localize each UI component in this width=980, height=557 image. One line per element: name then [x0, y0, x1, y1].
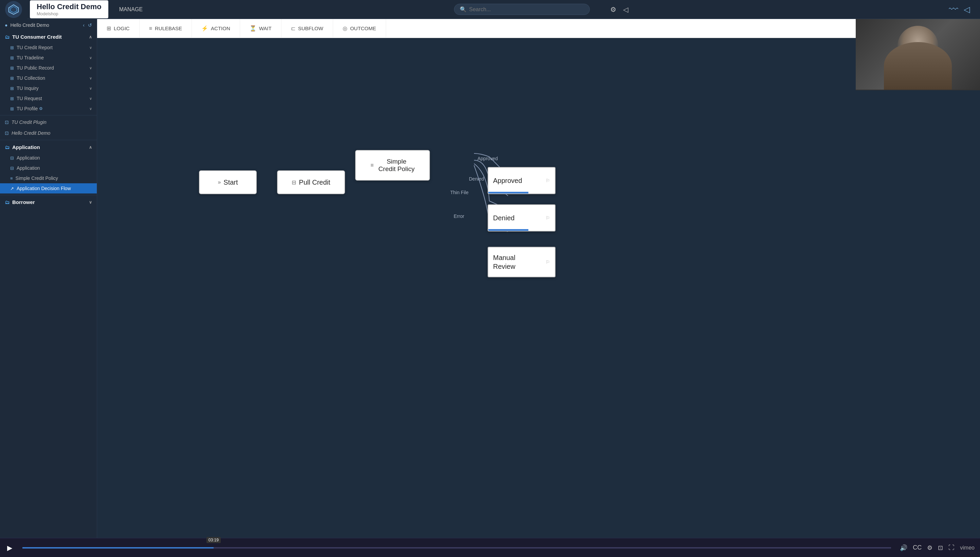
simple-credit-policy-icon: ≡ — [10, 176, 13, 181]
borrower-section-title[interactable]: 🗂 Borrower ∨ — [0, 197, 97, 208]
fullscreen-icon[interactable]: ⛶ — [948, 544, 954, 551]
manual-review-label: ManualReview — [493, 253, 515, 271]
progress-bar[interactable]: 03:19 — [23, 547, 891, 549]
wait-button[interactable]: ⏳ WAIT — [240, 19, 282, 38]
manage-button[interactable]: MANAGE — [115, 5, 147, 15]
send-icon[interactable]: ◁ — [964, 5, 970, 14]
separator-1 — [0, 115, 97, 116]
rulebase-button[interactable]: ≡ RULEBASE — [140, 19, 192, 38]
share-icon[interactable]: ◁ — [623, 5, 628, 13]
approved-node[interactable]: Approved ⚐ — [488, 167, 556, 194]
tu-tradeline-chevron: ∨ — [89, 56, 92, 60]
application-item-2[interactable]: ⊟ Application — [0, 163, 97, 173]
tu-public-record-item[interactable]: ⊞ TU Public Record ∨ — [0, 63, 97, 73]
tu-profile-item[interactable]: ⊞ TU Profile ⚙ ∨ — [0, 104, 97, 114]
topbar: Hello Credit Demo Modelshop MANAGE 🔍 ⚙ ◁… — [0, 0, 980, 19]
settings-video-icon[interactable]: ⚙ — [927, 544, 933, 552]
pull-credit-icon: ⊟ — [292, 179, 296, 186]
tu-profile-icon: ⊞ — [10, 106, 14, 111]
progress-fill — [23, 547, 214, 549]
separator-3 — [0, 195, 97, 195]
pull-credit-node[interactable]: ⊟ Pull Credit — [277, 170, 345, 194]
outcome-icon: ◎ — [342, 25, 347, 32]
denied-label: Denied — [493, 214, 514, 222]
video-bar: ▶ 03:19 🔊 CC ⚙ ⊡ ⛶ vimeo — [0, 538, 980, 557]
svg-text:Error: Error — [454, 213, 464, 219]
tu-collection-item[interactable]: ⊞ TU Collection ∨ — [0, 73, 97, 83]
search-input[interactable] — [469, 7, 584, 13]
section-tu-consumer: 🗂 TU Consumer Credit ∧ ⊞ TU Credit Repor… — [0, 31, 97, 114]
scp-icon: ≡ — [370, 162, 373, 168]
approved-blue-bar — [488, 192, 528, 194]
action-button[interactable]: ⚡ ACTION — [192, 19, 240, 38]
app-decision-flow-icon: ↗ — [10, 186, 14, 191]
application-section-title[interactable]: 🗂 Application ∧ — [0, 142, 97, 153]
folder-icon: 🗂 — [5, 34, 10, 40]
tu-credit-plugin-icon: ⊡ — [5, 119, 9, 125]
svg-text:Thin File: Thin File — [450, 190, 469, 195]
application-section-chevron: ∧ — [89, 145, 92, 150]
logic-button[interactable]: ⊞ LOGIC — [97, 19, 140, 38]
caption-icon[interactable]: CC — [913, 544, 921, 551]
app-1-icon: ⊟ — [10, 155, 14, 161]
tu-request-icon: ⊞ — [10, 96, 14, 101]
pull-credit-label: Pull Credit — [299, 179, 330, 186]
outcome-button[interactable]: ◎ OUTCOME — [333, 19, 386, 38]
sidebar-header: ● Hello Credit Demo ‹ ↺ — [0, 19, 97, 31]
volume-icon[interactable]: 🔊 — [900, 544, 907, 552]
sidebar-header-icons: ‹ ↺ — [83, 23, 92, 28]
tu-request-item[interactable]: ⊞ TU Request ∨ — [0, 93, 97, 104]
collapse-icon[interactable]: ‹ — [83, 23, 85, 28]
waveform-icon: 〰 — [949, 4, 958, 15]
tu-credit-report-chevron: ∨ — [89, 46, 92, 50]
tu-request-chevron: ∨ — [89, 96, 92, 101]
play-button[interactable]: ▶ — [0, 538, 19, 557]
tu-public-record-chevron: ∨ — [89, 66, 92, 70]
svg-text:Approved: Approved — [478, 156, 498, 161]
sidebar: ● Hello Credit Demo ‹ ↺ 🗂 TU Consumer Cr… — [0, 19, 97, 538]
subflow-button[interactable]: ⊏ SUBFLOW — [282, 19, 333, 38]
tu-public-record-icon: ⊞ — [10, 65, 14, 71]
hello-credit-label[interactable]: Hello Credit Demo — [10, 23, 49, 28]
settings-small-icon: ⚙ — [39, 106, 43, 111]
refresh-icon[interactable]: ↺ — [88, 23, 92, 28]
manual-review-flag-icon: ⚐ — [546, 259, 550, 265]
start-node[interactable]: » Start — [199, 170, 257, 194]
hello-credit-demo-item[interactable]: ⊡ Hello Credit Demo — [0, 128, 97, 138]
pip-icon[interactable]: ⊡ — [938, 544, 943, 552]
wait-icon: ⏳ — [249, 25, 256, 32]
simple-credit-policy-node[interactable]: ≡ SimpleCredit Policy — [355, 150, 430, 181]
borrower-section-chevron: ∨ — [89, 200, 92, 205]
tu-credit-report-icon: ⊞ — [10, 45, 14, 50]
tu-collection-chevron: ∨ — [89, 76, 92, 80]
tu-tradeline-icon: ⊞ — [10, 55, 14, 60]
connections-svg: Success Approved Denied Thin File Error — [97, 38, 980, 538]
tu-inquiry-item[interactable]: ⊞ TU Inquiry ∨ — [0, 83, 97, 93]
tu-tradeline-item[interactable]: ⊞ TU Tradeline ∨ — [0, 53, 97, 63]
svg-text:Denied: Denied — [469, 176, 484, 182]
canvas[interactable]: Success Approved Denied Thin File Error … — [97, 38, 980, 538]
app-title: Hello Credit Demo — [37, 2, 101, 11]
start-label: Start — [223, 179, 238, 186]
section-borrower: 🗂 Borrower ∨ — [0, 197, 97, 208]
subflow-icon: ⊏ — [291, 25, 295, 32]
tu-credit-plugin-item[interactable]: ⊡ TU Credit Plugin — [0, 117, 97, 128]
borrower-section-label: Borrower — [12, 199, 35, 205]
tu-consumer-section-title[interactable]: 🗂 TU Consumer Credit ∧ — [0, 31, 97, 42]
simple-credit-policy-item[interactable]: ≡ Simple Credit Policy — [0, 173, 97, 183]
section-application: 🗂 Application ∧ ⊟ Application ⊟ Applicat… — [0, 142, 97, 194]
tu-credit-report-item[interactable]: ⊞ TU Credit Report ∨ — [0, 42, 97, 53]
logic-icon: ⊞ — [107, 25, 111, 32]
approved-flag-icon: ⚐ — [546, 178, 550, 183]
action-icon: ⚡ — [201, 25, 208, 32]
tu-consumer-chevron: ∧ — [89, 35, 92, 39]
tu-collection-icon: ⊞ — [10, 76, 14, 81]
manual-review-node[interactable]: ManualReview ⚐ — [488, 247, 556, 277]
denied-node[interactable]: Denied ⚐ — [488, 204, 556, 231]
top-icons: ⚙ ◁ — [610, 5, 628, 13]
app-2-icon: ⊟ — [10, 166, 14, 171]
settings-icon[interactable]: ⚙ — [610, 5, 616, 13]
application-item-1[interactable]: ⊟ Application — [0, 153, 97, 163]
application-decision-flow-item[interactable]: ↗ Application Decision Flow — [0, 183, 97, 194]
main-area: ⊞ LOGIC ≡ RULEBASE ⚡ ACTION ⏳ WAIT ⊏ SUB… — [97, 19, 980, 538]
